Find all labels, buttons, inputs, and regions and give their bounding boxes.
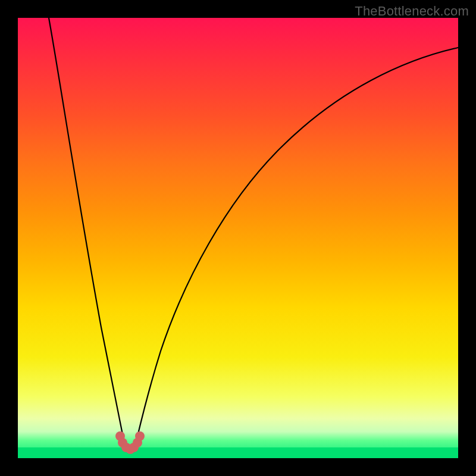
watermark-text: TheBottleneck.com bbox=[355, 4, 469, 19]
curve-left-branch bbox=[49, 18, 126, 449]
chart-plot-area bbox=[18, 18, 458, 458]
curve-right-branch bbox=[134, 48, 458, 449]
chart-svg bbox=[18, 18, 458, 458]
trough-bead bbox=[135, 431, 145, 441]
